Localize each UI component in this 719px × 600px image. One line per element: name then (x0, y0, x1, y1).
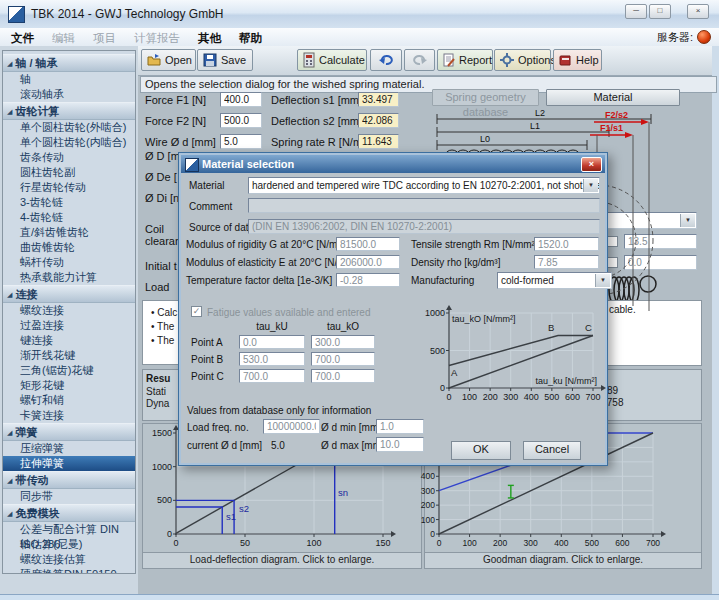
sidebar-group-header-1[interactable]: ◢齿轮计算 (3, 102, 135, 120)
sidebar-item[interactable]: 行星齿轮传动 (3, 180, 135, 195)
help-button[interactable]: Help (553, 49, 602, 71)
modulus-rigidity-input[interactable] (336, 237, 400, 251)
sidebar-item[interactable]: 轴估算(尼曼) (3, 537, 135, 552)
svg-text:300: 300 (503, 392, 518, 402)
expander-icon: ◢ (7, 104, 12, 120)
sidebar-group-header-5[interactable]: ◢免费模块 (3, 504, 135, 522)
svg-text:A: A (451, 367, 458, 378)
gear-icon (500, 53, 514, 67)
sidebar-item[interactable]: 螺纹连接估算 (3, 552, 135, 567)
titlebar: TBK 2014 - GWJ Technology GmbH ─ □ × (0, 0, 719, 29)
dialog-close-button[interactable]: × (581, 157, 602, 172)
sidebar-item[interactable]: 轴 (3, 72, 135, 87)
sidebar-item[interactable]: 公差与配合计算 DIN ISO 286 (3, 522, 135, 537)
open-button[interactable]: Open (141, 49, 196, 71)
fatigue-chart: 010020030040050060070005001000ABCtau_kO … (399, 303, 603, 407)
svg-text:100: 100 (462, 538, 476, 548)
close-button[interactable]: × (687, 4, 709, 19)
chevron-down-icon[interactable]: ▼ (595, 274, 610, 287)
tau-ku-input[interactable] (239, 369, 305, 383)
sidebar-item[interactable]: 键连接 (3, 333, 135, 348)
sidebar-item[interactable]: 圆柱齿轮副 (3, 165, 135, 180)
sidebar-item[interactable]: 直/斜齿锥齿轮 (3, 225, 135, 240)
sidebar-item[interactable]: 单个圆柱齿轮(内啮合) (3, 135, 135, 150)
svg-text:500: 500 (544, 392, 559, 402)
sidebar-group-header-3[interactable]: ◢弹簧 (3, 423, 135, 441)
modulus-elasticity-input[interactable] (336, 255, 400, 269)
maximize-button[interactable]: □ (649, 4, 671, 19)
dim-l0-label: L0 (480, 134, 490, 144)
svg-text:300: 300 (421, 486, 435, 496)
save-button[interactable]: Save (197, 49, 253, 71)
report-document-icon (443, 53, 455, 67)
tau-ku-input[interactable] (239, 335, 305, 349)
sidebar-item[interactable]: 4-齿轮链 (3, 210, 135, 225)
options-button[interactable]: Options (494, 49, 551, 71)
minimize-button[interactable]: ─ (625, 4, 647, 19)
deflection-s2-output (358, 113, 399, 128)
sidebar-item[interactable]: 同步带 (3, 489, 135, 504)
sidebar-group-header-4[interactable]: ◢带传动 (3, 471, 135, 489)
force-f1s1-label: F1/s1 (600, 123, 623, 133)
tau-ku-input[interactable] (239, 352, 305, 366)
comment-label: Comment (189, 201, 232, 212)
svg-text:tau_kO [N/mm²]: tau_kO [N/mm²] (452, 314, 516, 324)
chevron-down-icon[interactable]: ▼ (583, 179, 598, 192)
sidebar-item[interactable]: 蜗杆传动 (3, 255, 135, 270)
tensile-strength-input[interactable] (534, 237, 599, 251)
svg-text:0: 0 (167, 529, 172, 539)
fatigue-point-row: Point C (191, 369, 391, 386)
tau-ko-input[interactable] (311, 335, 375, 349)
material-combo[interactable]: hardened and tempered wire TDC according… (248, 177, 600, 194)
sidebar-group-header-2[interactable]: ◢连接 (3, 285, 135, 303)
load-freq-input[interactable] (263, 419, 320, 434)
report-button[interactable]: Report (437, 49, 493, 71)
density-input[interactable] (534, 255, 599, 269)
sidebar-group-header-0[interactable]: ◢轴 / 轴承 (3, 54, 135, 72)
sidebar-item[interactable]: 渐开线花键 (3, 348, 135, 363)
cancel-button[interactable]: Cancel (523, 441, 581, 460)
fatigue-checkbox-label: Fatigue values available and entered (207, 307, 370, 318)
material-button[interactable]: Material (546, 89, 680, 106)
sidebar-item[interactable]: 硬度换算DIN 50150 (3, 567, 135, 574)
tau-ko-input[interactable] (311, 352, 375, 366)
svg-text:500: 500 (430, 346, 445, 356)
tau-ku-header: tau_kU (239, 321, 305, 332)
sidebar-item[interactable]: 螺钉和销 (3, 393, 135, 408)
sidebar-item[interactable]: 矩形花键 (3, 378, 135, 393)
sidebar-item[interactable]: 滚动轴承 (3, 87, 135, 102)
dynamic-result-fragment: Dyna (146, 398, 169, 409)
fatigue-checkbox[interactable]: ✓ (191, 306, 202, 317)
svg-text:100: 100 (462, 392, 477, 402)
undo-button[interactable] (370, 49, 402, 71)
force-f1-input[interactable] (220, 92, 262, 107)
sidebar-item[interactable]: 曲齿锥齿轮 (3, 240, 135, 255)
sidebar-item[interactable]: 卡簧连接 (3, 408, 135, 423)
svg-text:150: 150 (375, 538, 390, 548)
wire-d-input[interactable] (220, 134, 262, 149)
svg-text:200: 200 (493, 538, 507, 548)
calculate-button[interactable]: Calculate (297, 49, 367, 71)
temperature-factor-input[interactable] (336, 273, 400, 287)
force-f2-input[interactable] (220, 113, 262, 128)
sidebar-item[interactable]: 螺纹连接 (3, 303, 135, 318)
dialog-logo-icon (185, 158, 199, 172)
d-max-input[interactable] (376, 437, 424, 452)
ok-button[interactable]: OK (451, 441, 511, 460)
manufacturing-combo[interactable]: cold-formed▼ (497, 272, 612, 289)
comment-input[interactable] (248, 198, 600, 213)
menubar: 文件编辑项目计算报告其他帮助 (0, 28, 719, 47)
tau-ko-input[interactable] (311, 369, 375, 383)
sidebar-item[interactable]: 过盈连接 (3, 318, 135, 333)
sidebar-item[interactable]: 齿条传动 (3, 150, 135, 165)
sidebar-item[interactable]: 单个圆柱齿轮(外啮合) (3, 120, 135, 135)
module-sidebar: ◢轴 / 轴承轴滚动轴承◢齿轮计算单个圆柱齿轮(外啮合)单个圆柱齿轮(内啮合)齿… (2, 50, 136, 574)
redo-button[interactable] (404, 49, 435, 71)
d-min-input[interactable] (376, 419, 424, 434)
clearance-label: clearan (145, 235, 181, 247)
sidebar-item[interactable]: 三角(锯齿)花键 (3, 363, 135, 378)
sidebar-item[interactable]: 3-齿轮链 (3, 195, 135, 210)
sidebar-item[interactable]: 拉伸弹簧 (3, 456, 135, 471)
sidebar-item[interactable]: 热承载能力计算 (3, 270, 135, 285)
sidebar-item[interactable]: 压缩弹簧 (3, 441, 135, 456)
